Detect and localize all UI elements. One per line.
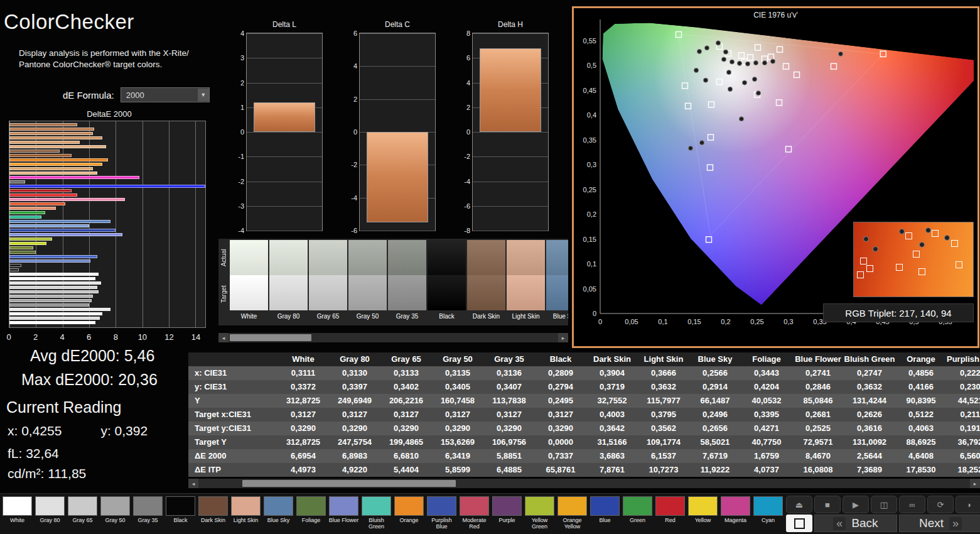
patch-button-dark-skin[interactable]: Dark Skin	[197, 496, 229, 534]
patch-button-blue[interactable]: Blue	[589, 496, 621, 534]
patch-swatch	[3, 496, 32, 516]
cie-measured-marker	[753, 61, 758, 65]
table-cell: 8,4670	[792, 449, 844, 463]
patch-swatch	[427, 496, 456, 516]
table-cell: 5,8851	[483, 449, 535, 463]
swatch-label: Light Skin	[507, 310, 545, 324]
patch-button-gray-50[interactable]: Gray 50	[99, 496, 131, 534]
y-tick-label: -1	[230, 153, 244, 160]
stop-button[interactable]: ■	[814, 496, 841, 513]
rgb-triplet-caption: RGB Triplet: 217, 140, 94	[823, 303, 974, 322]
patch-label: Gray 35	[132, 516, 164, 531]
cie-y-tick: 0,4	[587, 111, 596, 119]
patch-button-black[interactable]: Black	[164, 496, 197, 534]
scroll-left-icon[interactable]: ◂	[188, 479, 198, 488]
patch-button-magenta[interactable]: Magenta	[719, 496, 751, 534]
cie-y-tick: 0,55	[583, 37, 596, 45]
next-button[interactable]: Next »	[899, 515, 980, 532]
y-tick-label: 3	[230, 54, 244, 62]
swatch-column: Dark Skin	[467, 240, 505, 325]
patch-button-blue-flower[interactable]: Blue Flower	[328, 496, 360, 534]
y-tick-label: 0	[456, 128, 470, 136]
column-header: Dark Skin	[586, 352, 638, 366]
play-button[interactable]: ▶	[843, 496, 869, 513]
x-tick-label: 12	[164, 332, 173, 342]
table-cell: 0,3397	[329, 380, 380, 394]
patch-button-red[interactable]: Red	[654, 496, 686, 534]
inset-measured-marker	[944, 235, 950, 241]
patch-button-bluish-green[interactable]: Bluish Green	[360, 496, 392, 534]
scroll-right-icon[interactable]: ▸	[558, 333, 568, 342]
table-cell: 0,3632	[638, 380, 689, 394]
swatch-label: Gray 80	[269, 310, 308, 324]
patch-button-purplish-blue[interactable]: Purplish Blue	[426, 496, 458, 534]
patch-button-gray-80[interactable]: Gray 80	[34, 496, 66, 534]
scroll-right-icon[interactable]: ▸	[970, 479, 980, 488]
table-cell: 0,2681	[792, 408, 844, 422]
deltae-bar	[9, 141, 80, 144]
deltae-bar	[9, 317, 100, 320]
swatch-label: Blue Sky	[546, 310, 568, 324]
patch-button-purple[interactable]: Purple	[491, 496, 523, 534]
patch-button-blue-sky[interactable]: Blue Sky	[262, 496, 294, 534]
inset-target-marker	[918, 268, 925, 275]
target-swatch	[388, 275, 426, 310]
back-button[interactable]: « Back	[814, 515, 897, 532]
patch-button-gray-65[interactable]: Gray 65	[67, 496, 99, 534]
eject-button[interactable]: ⏏	[786, 496, 812, 513]
patch-button-green[interactable]: Green	[622, 496, 654, 534]
deltae-x-axis: 02468101214	[9, 330, 206, 343]
swatch-label: White	[230, 310, 268, 324]
inset-measured-marker	[919, 242, 925, 248]
actual-swatch	[348, 240, 387, 275]
patch-button-orange-yellow[interactable]: Orange Yellow	[556, 496, 588, 534]
swatch-strip-scrollbar: ◂ ▸	[218, 333, 568, 342]
patch-button-yellow-green[interactable]: Yellow Green	[524, 496, 556, 534]
table-cell: 131,4244	[844, 394, 895, 408]
link-button[interactable]: ∞	[899, 496, 925, 513]
patch-button-yellow[interactable]: Yellow	[687, 496, 719, 534]
table-cell: 11,9222	[689, 463, 741, 477]
cie-measured-marker	[770, 59, 775, 63]
patch-button-light-skin[interactable]: Light Skin	[230, 496, 262, 534]
pattern-window-button[interactable]	[786, 515, 812, 532]
y-tick-label: 2	[343, 95, 357, 103]
contrast-button[interactable]: ◑	[956, 496, 980, 513]
control-cluster: ⏏■▶◫∞⟳◑ « Back Next »	[784, 494, 980, 534]
cie-measured-marker	[694, 68, 698, 72]
deltae-bar	[9, 246, 33, 249]
table-cell: 312,8725	[277, 394, 329, 408]
patch-button-orange[interactable]: Orange	[393, 496, 425, 534]
delta-h-plot: 86420-2-4-6-8	[472, 33, 549, 231]
delta-l-plot: 43210-1-2-3-4	[246, 33, 323, 231]
pattern-size-button[interactable]: ◫	[871, 496, 897, 513]
deltae-chart-title: DeltaE 2000	[6, 109, 212, 121]
patch-button-cyan[interactable]: Cyan	[752, 496, 784, 534]
table-cell: 6,3419	[432, 449, 483, 463]
patch-button-moderate-red[interactable]: Moderate Red	[458, 496, 490, 534]
target-swatch	[507, 275, 545, 310]
de-formula-select[interactable]: 2000 ▼	[121, 87, 210, 102]
patch-button-white[interactable]: White	[1, 496, 33, 534]
deltae-bar	[9, 211, 45, 214]
scroll-left-icon[interactable]: ◂	[218, 333, 229, 342]
table-cell: 36,7925	[947, 435, 980, 449]
scrollbar-thumb[interactable]	[242, 480, 456, 487]
table-cell: 0,4063	[895, 422, 947, 435]
deltae-bar	[9, 308, 110, 311]
refresh-button[interactable]: ⟳	[927, 496, 954, 513]
cie-measured-marker	[739, 117, 743, 121]
target-label: Target	[218, 276, 229, 312]
table-cell: 16,0808	[792, 463, 844, 477]
table-cell: 90,8395	[895, 394, 947, 408]
deltae-bar	[9, 321, 95, 324]
patch-swatch	[753, 496, 783, 516]
inset-measured-marker	[873, 246, 878, 252]
table-cell: 0,3402	[380, 380, 432, 394]
x-tick-label: 10	[138, 332, 147, 342]
scrollbar-thumb[interactable]	[230, 334, 311, 341]
patch-button-foliage[interactable]: Foliage	[295, 496, 327, 534]
patch-button-gray-35[interactable]: Gray 35	[132, 496, 164, 534]
cie-zoom-inset	[853, 222, 974, 297]
deltae-bar	[9, 303, 89, 307]
